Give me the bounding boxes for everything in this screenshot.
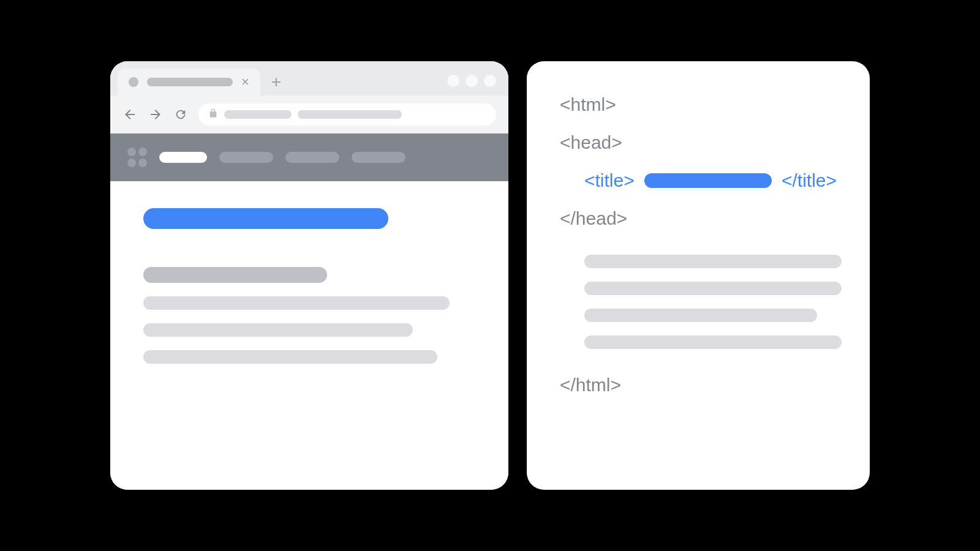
window-close-icon[interactable]: [484, 75, 496, 87]
url-segment: [298, 110, 402, 119]
page-subheading-placeholder: [143, 267, 327, 283]
code-line-title: <title> </title>: [560, 170, 837, 191]
code-body-placeholder: [584, 335, 842, 349]
arrow-left-icon: [123, 107, 137, 122]
app-logo-icon: [127, 148, 147, 167]
code-panel: <html> <head> <title> </title> </head> <…: [527, 61, 870, 490]
page-content: [110, 181, 508, 490]
reload-icon: [174, 108, 187, 121]
nav-item-active[interactable]: [159, 152, 207, 163]
code-body-placeholder: [584, 255, 842, 268]
nav-item[interactable]: [352, 152, 405, 163]
nav-item[interactable]: [219, 152, 273, 163]
arrow-right-icon: [148, 107, 163, 122]
code-body-block: [560, 246, 837, 358]
browser-tab[interactable]: ×: [118, 69, 260, 96]
code-body-placeholder: [584, 282, 842, 295]
title-tag-open: <title>: [584, 170, 635, 191]
reload-button[interactable]: [174, 108, 187, 121]
nav-item[interactable]: [285, 152, 339, 163]
site-header: [110, 133, 508, 181]
title-tag-close: </title>: [782, 170, 837, 191]
body-text-placeholder: [143, 296, 450, 310]
code-body-placeholder: [584, 309, 817, 322]
window-maximize-icon[interactable]: [466, 75, 478, 87]
page-title-placeholder: [143, 208, 388, 229]
title-content-placeholder: [644, 173, 772, 188]
favicon-icon: [129, 77, 138, 87]
browser-toolbar: [110, 96, 508, 133]
code-line-html-close: </html>: [560, 375, 837, 395]
new-tab-button[interactable]: +: [265, 69, 287, 96]
code-line-head-close: </head>: [560, 208, 837, 229]
body-text-placeholder: [143, 350, 437, 364]
close-icon[interactable]: ×: [241, 75, 249, 89]
url-segment: [224, 110, 292, 119]
tab-strip: × +: [110, 61, 508, 96]
window-minimize-icon[interactable]: [447, 75, 459, 87]
body-text-placeholder: [143, 323, 413, 337]
code-line-head-open: <head>: [560, 132, 837, 153]
back-button[interactable]: [123, 107, 137, 122]
address-bar[interactable]: [198, 103, 496, 126]
lock-icon: [208, 108, 218, 121]
code-line-html-open: <html>: [560, 94, 837, 115]
tab-title-placeholder: [147, 78, 233, 86]
window-controls: [447, 75, 501, 96]
forward-button[interactable]: [148, 107, 163, 122]
browser-window: × +: [110, 61, 508, 490]
